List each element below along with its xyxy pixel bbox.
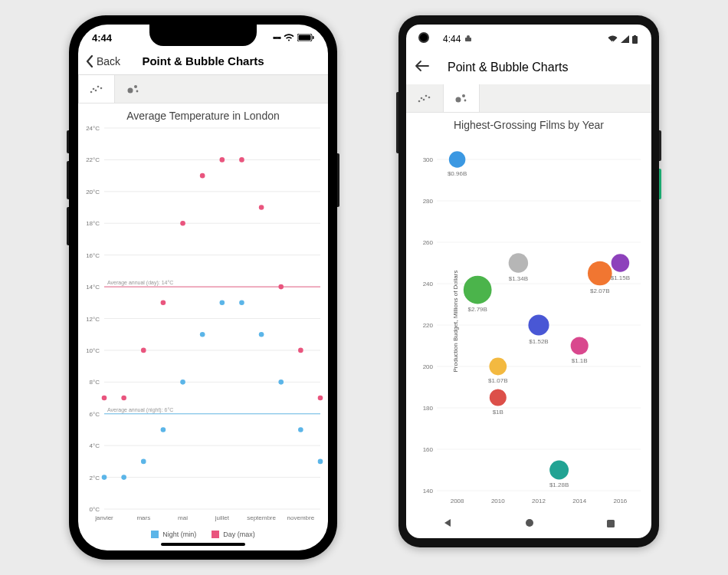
nav-back[interactable] [442, 518, 453, 531]
svg-text:24°C: 24°C [86, 125, 100, 132]
svg-point-6 [97, 86, 100, 88]
bubble-icon [454, 93, 468, 104]
svg-text:mars: mars [136, 514, 150, 521]
svg-point-67 [259, 205, 264, 210]
svg-point-65 [220, 157, 225, 163]
tab-bubble[interactable] [115, 75, 152, 103]
svg-point-75 [418, 100, 421, 103]
iphone-notch [149, 25, 257, 46]
svg-rect-127 [607, 520, 615, 527]
svg-text:$1B: $1B [493, 409, 503, 416]
iphone-device: 4:44 •••• Back Point & Bubble Charts [69, 15, 337, 560]
svg-point-63 [180, 221, 185, 226]
svg-point-52 [200, 332, 205, 337]
svg-point-3 [90, 91, 93, 94]
chart-title: Average Temperature in London [78, 104, 328, 125]
home-indicator [161, 543, 245, 546]
svg-point-7 [100, 87, 103, 90]
svg-point-110 [489, 358, 507, 376]
svg-text:Average annual (night): 6°C: Average annual (night): 6°C [107, 407, 173, 413]
svg-point-10 [136, 90, 139, 93]
svg-point-112 [490, 389, 507, 406]
svg-text:180: 180 [423, 405, 434, 412]
svg-rect-73 [632, 36, 638, 44]
svg-point-81 [462, 94, 465, 97]
svg-rect-1 [299, 35, 311, 41]
battery-icon [632, 35, 638, 44]
status-time: 4:44 [92, 32, 112, 44]
svg-text:200: 200 [423, 363, 434, 370]
svg-rect-2 [313, 36, 314, 39]
chart-type-tabs [78, 75, 328, 104]
svg-point-68 [278, 284, 284, 290]
legend-night-label: Night (min) [162, 531, 196, 538]
svg-text:janvier: janvier [94, 514, 113, 521]
svg-point-51 [180, 380, 185, 385]
svg-point-80 [456, 97, 461, 103]
svg-rect-74 [634, 35, 636, 37]
svg-text:$0.96B: $0.96B [448, 170, 467, 177]
svg-text:$1.1B: $1.1B [572, 357, 588, 364]
svg-point-47 [102, 475, 107, 480]
svg-point-58 [318, 459, 323, 465]
svg-point-48 [121, 475, 126, 480]
battery-icon [297, 34, 314, 41]
svg-text:280: 280 [423, 198, 434, 205]
svg-point-4 [93, 88, 95, 90]
iphone-silent-switch [67, 130, 69, 153]
bubble-icon [126, 84, 140, 94]
cellular-icon [621, 35, 629, 43]
nav-recent[interactable] [606, 518, 615, 531]
svg-point-55 [259, 332, 264, 337]
svg-text:$1.28B: $1.28B [549, 481, 569, 488]
chart-title: Highest-Grossing Films by Year [406, 113, 651, 134]
films-bubble-chart: Production Budget, Millions of Dollars 1… [406, 134, 651, 508]
nav-home[interactable] [524, 518, 535, 531]
ios-navbar: Back Point & Bubble Charts [78, 48, 328, 75]
svg-text:septembre: septembre [247, 514, 276, 521]
svg-text:$1.15B: $1.15B [611, 274, 630, 281]
page-title: Point & Bubble Charts [448, 61, 568, 74]
svg-text:$2.07B: $2.07B [590, 288, 609, 294]
status-time: 4:44 [443, 34, 461, 44]
svg-point-114 [509, 253, 528, 272]
svg-point-49 [141, 459, 146, 465]
svg-point-54 [239, 300, 244, 305]
scatter-icon [418, 93, 431, 104]
svg-point-122 [588, 261, 612, 286]
svg-text:2016: 2016 [614, 498, 628, 504]
svg-point-116 [528, 314, 549, 335]
back-button[interactable] [415, 61, 429, 74]
back-label: Back [97, 55, 120, 67]
back-button[interactable]: Back [84, 55, 120, 67]
iphone-volume-down [67, 207, 69, 245]
svg-text:2°C: 2°C [90, 475, 100, 481]
svg-text:220: 220 [423, 322, 434, 329]
london-temp-chart: 0°C2°C4°C6°C8°C10°C12°C14°C16°C18°C20°C2… [78, 125, 328, 527]
svg-text:0°C: 0°C [90, 506, 100, 513]
android-camera [418, 32, 429, 43]
svg-text:140: 140 [423, 488, 434, 495]
tab-scatter[interactable] [78, 75, 115, 103]
iphone-volume-up [67, 161, 69, 199]
svg-text:novembre: novembre [287, 514, 315, 521]
legend: Night (min) Day (max) [78, 527, 328, 550]
svg-point-5 [95, 90, 97, 92]
wifi-icon [608, 35, 618, 43]
svg-text:6°C: 6°C [90, 411, 100, 418]
svg-text:$1.34B: $1.34B [509, 275, 528, 282]
svg-text:Average annual (day): 14°C: Average annual (day): 14°C [107, 280, 173, 286]
svg-point-126 [526, 519, 533, 527]
tab-scatter[interactable] [406, 84, 443, 112]
svg-text:$1.52B: $1.52B [529, 338, 548, 345]
chart-type-tabs [406, 84, 651, 113]
cellular-icon: •••• [273, 34, 280, 42]
android-device: 4:44 Point & Bubble Charts [398, 15, 659, 547]
svg-text:juillet: juillet [215, 514, 230, 521]
svg-point-50 [161, 427, 166, 432]
svg-text:mai: mai [178, 514, 188, 521]
svg-point-82 [464, 100, 467, 102]
svg-point-59 [102, 396, 107, 401]
svg-point-66 [239, 157, 244, 163]
tab-bubble[interactable] [443, 84, 480, 112]
